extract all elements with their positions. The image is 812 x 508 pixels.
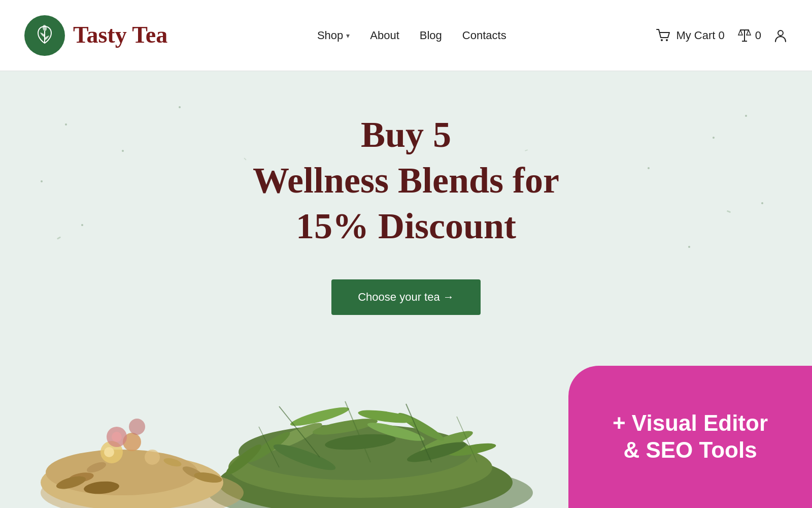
- header-actions: My Cart 0 0: [656, 28, 788, 43]
- cart-button[interactable]: My Cart 0: [656, 28, 724, 43]
- svg-point-16: [112, 432, 122, 442]
- compare-button[interactable]: 0: [737, 28, 761, 43]
- hero-headline: Buy 5Wellness Blends for15% Discount: [253, 112, 559, 249]
- chevron-down-icon: ▾: [346, 31, 350, 40]
- site-header: Tasty Tea Shop ▾ About Blog Contacts My …: [0, 0, 812, 71]
- svg-point-1: [661, 39, 663, 41]
- svg-point-2: [666, 39, 668, 41]
- logo-icon: [24, 15, 65, 56]
- cart-icon: [656, 28, 671, 43]
- svg-point-10: [145, 450, 160, 465]
- nav-item-contacts[interactable]: Contacts: [462, 29, 506, 42]
- nav-item-shop[interactable]: Shop ▾: [317, 29, 350, 42]
- nav-item-blog[interactable]: Blog: [420, 29, 442, 42]
- svg-point-3: [778, 30, 783, 36]
- logo-text: Tasty Tea: [73, 22, 167, 48]
- cta-button[interactable]: Choose your tea →: [331, 279, 481, 315]
- tea-pile-left: [30, 335, 274, 508]
- svg-point-8: [104, 447, 114, 457]
- hero-section: Buy 5Wellness Blends for15% Discount Cho…: [0, 71, 812, 508]
- nav-item-about[interactable]: About: [370, 29, 399, 42]
- svg-point-0: [42, 24, 47, 31]
- user-icon[interactable]: [773, 28, 788, 43]
- svg-point-17: [129, 419, 145, 435]
- main-nav: Shop ▾ About Blog Contacts: [317, 29, 506, 42]
- logo[interactable]: Tasty Tea: [24, 15, 167, 56]
- promo-badge-line2: & SEO Tools: [623, 437, 757, 464]
- promo-badge: + Visual Editor & SEO Tools: [568, 366, 812, 508]
- promo-badge-line1: + Visual Editor: [613, 410, 768, 437]
- compare-icon: [737, 28, 752, 43]
